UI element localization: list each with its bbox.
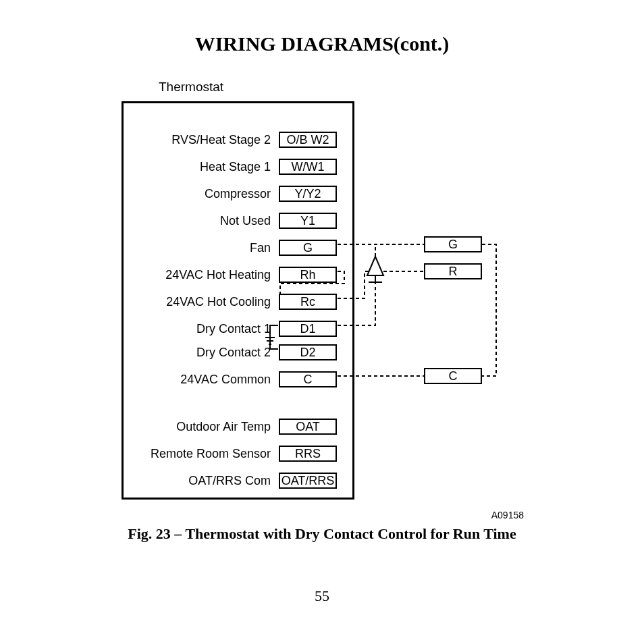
page-number: 55 [0,587,644,605]
terminal-d1: D1 [279,321,337,337]
terminal-rc: Rc [279,294,337,310]
label-24vac-cooling: 24VAC Hot Cooling [124,295,279,309]
label-heat1: Heat Stage 1 [124,160,279,174]
row-heat1: Heat Stage 1 W/W1 [124,157,352,176]
label-rrs: Remote Room Sensor [124,447,279,461]
row-rvs-heat2: RVS/Heat Stage 2 O/B W2 [124,130,352,149]
page-title: WIRING DIAGRAMS(cont.) [0,32,644,55]
figure-caption: Fig. 23 – Thermostat with Dry Contact Co… [0,525,644,543]
terminal-oat: OAT [279,419,337,435]
label-24vac-common: 24VAC Common [124,373,279,387]
ext-terminal-c: C [424,368,482,384]
terminal-ob-w2: O/B W2 [279,132,337,148]
thermostat-box: RVS/Heat Stage 2 O/B W2 Heat Stage 1 W/W… [122,101,354,500]
terminal-rrs: RRS [279,446,337,462]
terminal-rh: Rh [279,267,337,283]
label-24vac-heating: 24VAC Hot Heating [124,268,279,282]
row-24vac-common: 24VAC Common C [124,370,352,389]
row-oat-rrs-com: OAT/RRS Com OAT/RRS [124,471,352,490]
row-dry1: Dry Contact 1 D1 [124,319,352,338]
ext-terminal-g: G [424,236,482,252]
terminal-w-w1: W/W1 [279,159,337,175]
terminal-d2: D2 [279,344,337,360]
row-dry2: Dry Contact 2 D2 [124,343,352,362]
label-rvs-heat2: RVS/Heat Stage 2 [124,133,279,147]
row-oat: Outdoor Air Temp OAT [124,417,352,436]
load-symbol-icon [367,257,383,282]
ext-terminal-r: R [424,263,482,279]
label-dry1: Dry Contact 1 [124,322,279,336]
thermostat-label: Thermostat [159,80,223,95]
row-rrs: Remote Room Sensor RRS [124,444,352,463]
drawing-code: A09158 [491,510,524,520]
label-notused: Not Used [124,214,279,228]
label-oat: Outdoor Air Temp [124,420,279,434]
terminal-y1: Y1 [279,213,337,229]
row-24vac-cooling: 24VAC Hot Cooling Rc [124,292,352,311]
terminal-g: G [279,240,337,256]
row-notused: Not Used Y1 [124,211,352,230]
label-dry2: Dry Contact 2 [124,346,279,360]
label-compressor: Compressor [124,187,279,201]
terminal-c: C [279,371,337,387]
label-oat-rrs-com: OAT/RRS Com [124,474,279,488]
terminal-y-y2: Y/Y2 [279,186,337,202]
row-fan: Fan G [124,238,352,257]
label-fan: Fan [124,241,279,255]
terminal-oat-rrs: OAT/RRS [279,473,337,489]
row-compressor: Compressor Y/Y2 [124,184,352,203]
row-24vac-heating: 24VAC Hot Heating Rh [124,265,352,284]
